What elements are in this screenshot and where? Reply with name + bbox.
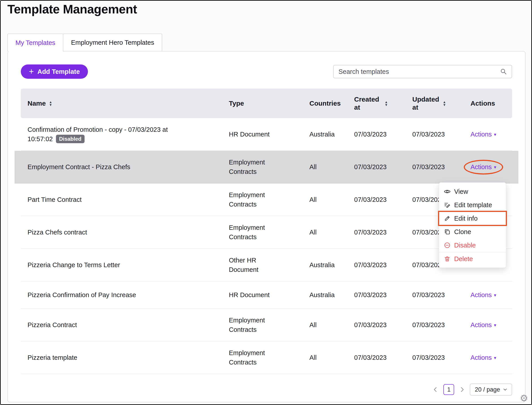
actions-label: Actions [471, 131, 492, 138]
chevron-down-icon: ▾ [494, 132, 496, 137]
menu-item-edit-template[interactable]: Edit template [439, 198, 506, 212]
row-actions-button[interactable]: Actions▾ [471, 321, 496, 329]
chevron-right-icon [459, 387, 465, 392]
cell-type: Employment Contracts [224, 316, 305, 334]
template-name: Pizzeria template [27, 354, 77, 361]
column-label: Countries [310, 99, 341, 108]
table-row: Part Time Contract Employment Contracts … [21, 183, 512, 216]
cell-type: Employment Contracts [224, 157, 305, 176]
chevron-down-icon: ▾ [494, 293, 496, 297]
table-row: Confirmation of Promotion - copy - 07/03… [21, 118, 512, 151]
chevron-down-icon: ▾ [494, 356, 496, 360]
tab-employment-hero-templates[interactable]: Employment Hero Templates [63, 34, 162, 51]
previous-page-button[interactable] [433, 387, 438, 392]
table-row: Pizzeria Confirmation of Pay Increase HR… [21, 282, 512, 309]
page-size-select[interactable]: 20 / page [470, 384, 512, 396]
search-box [333, 65, 512, 78]
sort-icon[interactable]: ▲▼ [49, 101, 52, 106]
column-label: Updated at [412, 95, 440, 111]
actions-label: Actions [471, 321, 492, 329]
cell-countries: All [305, 195, 350, 204]
column-label: Created at [354, 95, 381, 111]
template-name: Pizzeria Contract [27, 321, 77, 329]
cell-name: Part Time Contract [21, 195, 224, 204]
template-name: Pizzeria Confirmation of Pay Increase [27, 291, 136, 298]
cell-created-at: 07/03/2023 [350, 320, 408, 330]
cell-type: HR Document [224, 129, 305, 139]
cell-created-at: 07/03/2023 [350, 260, 408, 270]
menu-item-label: Disable [454, 242, 476, 249]
cell-updated-at: 07/03/2023 [408, 129, 466, 139]
cell-name: Pizza Chefs contract [21, 228, 224, 237]
cell-updated-at: 07/03/2023 [408, 290, 466, 300]
column-label: Name [27, 99, 46, 108]
table-row-selected: Employment Contract - Pizza Chefs Employ… [14, 151, 518, 183]
cell-countries: Australia [305, 290, 350, 300]
cell-countries: All [305, 162, 350, 172]
template-name: Pizzeria Change to Terms Letter [27, 261, 120, 269]
cell-countries: All [305, 320, 350, 330]
cell-actions: Actions▾ [466, 353, 512, 362]
cell-countries: Australia [305, 260, 350, 270]
table-row: Pizza Chefs contract Employment Contract… [21, 216, 512, 249]
cell-actions: Actions▾ [466, 290, 512, 300]
template-name: Part Time Contract [27, 196, 82, 203]
sort-icon[interactable]: ▲▼ [384, 101, 388, 106]
menu-item-label: Edit info [454, 215, 478, 222]
cell-name: Pizzeria Change to Terms Letter [21, 260, 224, 270]
table-row: Pizzeria template Employment Contracts A… [21, 341, 512, 374]
menu-item-label: Clone [454, 228, 471, 236]
column-header-actions: Actions [466, 99, 512, 108]
plus-icon: + [29, 67, 34, 76]
table-header: Name ▲▼ Type Countries Created at ▲▼ Upd… [21, 89, 512, 118]
column-header-created-at: Created at ▲▼ [350, 95, 408, 111]
actions-label: Actions [471, 354, 492, 361]
chevron-left-icon [433, 387, 438, 392]
tab-label: Employment Hero Templates [71, 39, 154, 46]
cell-type: Other HR Document [224, 256, 305, 274]
cell-created-at: 07/03/2023 [350, 129, 408, 139]
cell-name: Pizzeria Contract [21, 320, 224, 330]
actions-label: Actions [471, 291, 492, 299]
gear-icon[interactable]: ⚙ [520, 394, 528, 403]
column-header-name: Name ▲▼ [21, 99, 224, 108]
menu-item-delete[interactable]: Delete [439, 252, 506, 265]
chevron-down-icon [503, 388, 507, 392]
row-actions-button[interactable]: Actions▾ [471, 131, 496, 138]
sort-icon[interactable]: ▲▼ [443, 101, 446, 106]
row-actions-button[interactable]: Actions▾ [471, 163, 496, 171]
menu-item-clone[interactable]: Clone [439, 225, 506, 238]
template-name: Pizza Chefs contract [27, 229, 87, 236]
tab-label: My Templates [15, 39, 55, 47]
cell-updated-at: 07/03/2023 [408, 353, 466, 362]
cell-created-at: 07/03/2023 [350, 162, 408, 172]
menu-item-label: Edit template [454, 201, 492, 209]
column-label: Actions [471, 99, 495, 108]
page-number-button[interactable]: 1 [443, 384, 454, 395]
toolbar: + Add Template [21, 64, 512, 79]
cell-countries: All [305, 353, 350, 362]
search-input[interactable] [338, 68, 500, 76]
cell-name: Pizzeria Confirmation of Pay Increase [21, 290, 224, 300]
next-page-button[interactable] [459, 387, 465, 392]
menu-item-view[interactable]: View [439, 185, 506, 198]
clone-icon [444, 229, 451, 235]
add-template-button[interactable]: + Add Template [21, 64, 88, 79]
cell-updated-at: 07/03/2023 [408, 162, 466, 172]
menu-item-edit-info[interactable]: Edit info [439, 212, 506, 225]
cell-created-at: 07/03/2023 [350, 290, 408, 300]
template-name: Confirmation of Promotion - copy - 07/03… [27, 126, 168, 142]
cell-type: Employment Contracts [224, 190, 305, 209]
row-actions-button[interactable]: Actions▾ [471, 354, 496, 361]
cell-type: Employment Contracts [224, 348, 305, 367]
add-template-label: Add Template [37, 68, 80, 75]
column-label: Type [229, 99, 244, 108]
menu-item-disable[interactable]: Disable [439, 238, 506, 252]
table-row: Pizzeria Contract Employment Contracts A… [21, 309, 512, 341]
pagination: 1 20 / page [21, 378, 512, 396]
row-actions-button[interactable]: Actions▾ [471, 291, 496, 299]
tab-my-templates[interactable]: My Templates [7, 34, 63, 51]
pencil-icon [444, 215, 451, 222]
cell-updated-at: 07/03/2023 [408, 320, 466, 330]
search-icon[interactable] [500, 68, 507, 75]
